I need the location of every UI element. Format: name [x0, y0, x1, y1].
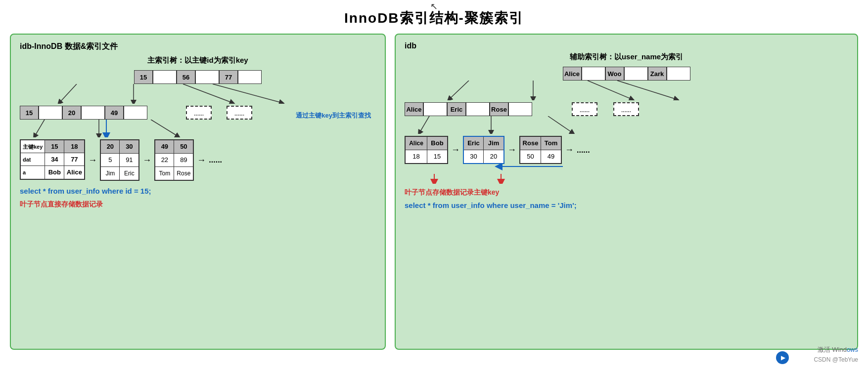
l2-cell-49: 49 [105, 106, 124, 120]
leaf-arrow-1: → [88, 155, 97, 165]
root-cell-w3 [238, 70, 262, 84]
left-arrow-area-1 [20, 84, 376, 104]
root-cell-77: 77 [219, 70, 238, 84]
leaf2-n1: Jim [101, 167, 120, 180]
leaf1-k1: 15 [45, 140, 64, 153]
main-content: idb-InnoDB 数据&索引文件 主索引树：以主键id为索引key 15 5… [0, 34, 868, 350]
leaf2-k1: 20 [101, 140, 120, 153]
r-leaf3-k1: Rose [520, 137, 541, 150]
windows-link: ows [847, 346, 858, 353]
r-leaf-arrow-1: → [451, 145, 460, 155]
leaf-3: 49 50 22 89 Tom Rose [154, 139, 194, 181]
left-root-level: 15 56 77 [20, 70, 376, 84]
leaf3-d2: 89 [174, 154, 193, 166]
r-l2-rose: Rose [490, 102, 508, 116]
svg-line-14 [548, 116, 573, 133]
r-leaf-3: Rose Tom 50 49 [519, 136, 562, 164]
right-blue-line-area [405, 164, 848, 174]
left-subtree-title: 主索引树：以主键id为索引key [20, 56, 376, 65]
svg-line-0 [59, 84, 77, 103]
r-root-w2 [624, 67, 648, 81]
annotation-blue-middle: 通过主键key到主索引查找 [296, 111, 371, 120]
left-root-node: 15 56 77 [134, 70, 262, 84]
l2-cell-w3 [124, 106, 147, 120]
leaf2-d2: 91 [120, 154, 138, 166]
leaf2-d1: 5 [101, 154, 120, 166]
r-l2-dashed-1: ...... [572, 102, 597, 116]
r-leaf2-k2: Jim [484, 137, 503, 150]
data-label2: a [21, 166, 45, 179]
r-l2-w1 [423, 102, 447, 116]
r-leaf-2: Eric Jim 30 20 [463, 136, 504, 164]
leaf2-k2: 30 [120, 140, 138, 153]
play-button[interactable]: ▶ [776, 351, 789, 364]
r-leaf1-d2: 15 [427, 150, 447, 163]
root-cell-15: 15 [134, 70, 153, 84]
r-leaf-dots: ...... [577, 146, 590, 155]
windows-activate: 激活 Windows [818, 345, 858, 354]
key-label: 主键key [21, 140, 45, 153]
root-cell-56: 56 [177, 70, 195, 84]
right-root-level: Alice Woo Zark [405, 67, 848, 81]
r-leaf-1: Alice Bob 18 15 [405, 136, 448, 164]
r-l2-w2 [466, 102, 490, 116]
play-icon: ▶ [781, 354, 785, 361]
left-panel: idb-InnoDB 数据&索引文件 主索引树：以主键id为索引key 15 5… [10, 34, 386, 350]
root-cell-w1 [153, 70, 177, 84]
right-panel-title: idb [405, 41, 848, 50]
leaf3-n2: Rose [174, 167, 193, 180]
right-red-arrows [405, 174, 848, 184]
svg-line-12 [419, 116, 429, 133]
left-arrow-area-2 [20, 120, 376, 137]
r-leaf1-d1: 18 [406, 150, 427, 163]
svg-line-6 [151, 120, 178, 136]
r-l2-alice: Alice [405, 102, 423, 116]
r-leaf3-d2: 49 [541, 150, 561, 163]
left-annotation-red: 叶子节点直接存储数据记录 [20, 200, 376, 209]
l2-cell-15: 15 [20, 106, 39, 120]
leaf3-n1: Tom [155, 167, 174, 180]
left-level2-node: 15 20 49 [20, 106, 147, 120]
l2-dashed-1: ...... [186, 106, 212, 120]
leaf1-k2: 18 [64, 140, 84, 153]
left-arrows-svg-2 [20, 120, 376, 137]
leaf1-n1: Bob [45, 166, 64, 179]
r-leaf1-k2: Bob [427, 137, 447, 150]
right-annotation-red: 叶子节点存储数据记录主键key [405, 188, 848, 197]
r-leaf-arrow-2: → [507, 145, 516, 155]
right-level2: Alice Eric Rose ...... ...... [405, 102, 848, 116]
leaf1-d2: 77 [64, 153, 84, 166]
svg-line-4 [35, 120, 45, 136]
r-root-zark: Zark [648, 67, 667, 81]
l2-cell-w2 [81, 106, 105, 120]
left-panel-title: idb-InnoDB 数据&索引文件 [20, 41, 376, 52]
r-root-w1 [582, 67, 605, 81]
l2-cell-20: 20 [62, 106, 81, 120]
r-root-alice: Alice [563, 67, 582, 81]
leaf3-k1: 49 [155, 140, 174, 153]
right-red-svg [405, 174, 652, 184]
r-root-w3 [667, 67, 690, 81]
right-l2-node: Alice Eric Rose [405, 102, 532, 116]
l2-dashed-2: ...... [227, 106, 252, 120]
right-arrow-area-1 [405, 81, 848, 100]
left-annotation-blue: select * from user_info where id = 15; [20, 187, 376, 196]
leaf-2: 20 30 5 91 Jim Eric [100, 139, 139, 181]
r-leaf-arrow-3: → [565, 145, 574, 155]
leaf3-k2: 50 [174, 140, 193, 153]
r-root-woo: Woo [605, 67, 624, 81]
leaf-arrow-2: → [142, 155, 151, 165]
svg-line-8 [449, 81, 469, 99]
leaf2-n2: Eric [120, 167, 138, 180]
r-l2-dashed-2: ...... [613, 102, 639, 116]
cursor-icon: ↖ [430, 1, 438, 12]
r-leaf3-k2: Tom [541, 137, 561, 150]
left-leaf-area: 主键key dat a 15 34 Bob 18 77 Alice → [20, 139, 376, 181]
l2-cell-w1 [39, 106, 62, 120]
r-l2-eric: Eric [447, 102, 466, 116]
leaf-label-col: 主键key dat a 15 34 Bob 18 77 Alice [20, 139, 85, 180]
right-leaf-area: Alice Bob 18 15 → Eric Jim 30 20 [405, 136, 848, 164]
leaf-arrow-3: → [197, 155, 206, 165]
right-arrow-area-2 [405, 116, 848, 134]
data-label: dat [21, 153, 45, 166]
